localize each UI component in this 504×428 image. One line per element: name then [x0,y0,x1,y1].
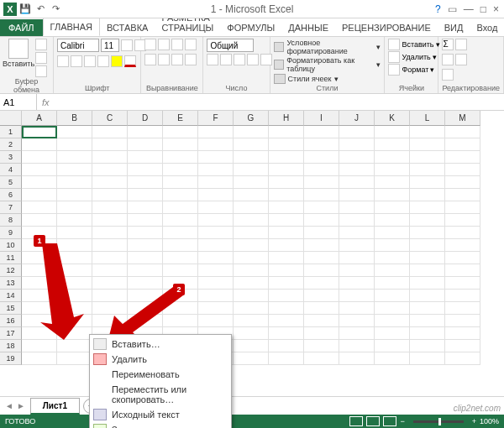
align-top-icon[interactable] [144,39,156,50]
save-icon[interactable]: 💾 [18,3,32,16]
cell[interactable] [198,239,234,252]
copy-icon[interactable] [35,52,47,64]
paste-button[interactable]: Вставить [3,39,34,68]
cell[interactable] [234,290,269,302]
sheet-nav-next-icon[interactable]: ► [17,401,25,410]
cell[interactable] [410,302,445,315]
cell[interactable] [234,327,269,340]
cell[interactable] [163,189,198,201]
cell[interactable] [410,340,445,352]
cell[interactable] [198,151,234,164]
cell[interactable] [22,189,57,201]
cell[interactable] [269,290,304,302]
cell[interactable] [269,126,304,138]
cell[interactable] [445,201,480,214]
cell[interactable] [339,151,375,164]
cell[interactable] [92,264,128,277]
col-header[interactable]: K [375,111,410,126]
cell[interactable] [128,227,163,239]
cell[interactable] [163,214,198,227]
cell[interactable] [269,327,304,340]
cell[interactable] [410,239,445,252]
row-header[interactable]: 18 [0,340,22,352]
cell[interactable] [339,352,375,365]
cell[interactable] [269,227,304,239]
cell[interactable] [234,252,269,264]
cell[interactable] [234,227,269,239]
cell[interactable] [410,189,445,201]
cell[interactable] [304,352,339,365]
increase-font-icon[interactable] [121,39,133,51]
cell[interactable] [410,151,445,164]
format-painter-icon[interactable] [35,65,47,77]
cell[interactable] [445,277,480,290]
cell[interactable] [163,239,198,252]
maximize-icon[interactable]: □ [480,3,486,15]
cell[interactable] [163,151,198,164]
col-header[interactable]: G [234,111,269,126]
cell[interactable] [339,264,375,277]
cell[interactable] [375,252,410,264]
align-right-icon[interactable] [171,54,183,65]
cell[interactable] [57,214,92,227]
cell-styles-button[interactable]: Стили ячеек ▾ [274,74,381,84]
cell[interactable] [198,214,234,227]
increase-decimal-icon[interactable] [247,54,259,65]
cell[interactable] [375,327,410,340]
cell[interactable] [375,201,410,214]
zoom-out-button[interactable]: − [400,417,404,425]
border-icon[interactable] [97,55,109,67]
cell[interactable] [198,164,234,176]
cell[interactable] [445,126,480,138]
cell[interactable] [375,302,410,315]
col-header[interactable]: E [163,111,198,126]
cell[interactable] [375,126,410,138]
find-icon[interactable] [455,54,467,65]
cell[interactable] [198,315,234,327]
cell[interactable] [234,340,269,352]
cell[interactable] [57,164,92,176]
select-all-corner[interactable] [0,111,22,126]
cell[interactable] [445,327,480,340]
conditional-formatting-button[interactable]: Условное форматирование ▾ [274,39,381,55]
cell[interactable] [234,176,269,189]
cell[interactable] [375,151,410,164]
cell[interactable] [410,290,445,302]
tab-review[interactable]: РЕЦЕНЗИРОВАНИЕ [335,19,438,36]
cell[interactable] [410,227,445,239]
cell[interactable] [445,252,480,264]
close-icon[interactable]: × [493,3,499,15]
col-header[interactable]: J [339,111,375,126]
cell[interactable] [445,151,480,164]
context-insert[interactable]: Вставить… [90,337,231,352]
cell[interactable] [269,214,304,227]
cell[interactable] [198,227,234,239]
cell[interactable] [445,138,480,151]
col-header[interactable]: L [410,111,445,126]
cell[interactable] [163,164,198,176]
cell[interactable] [445,176,480,189]
cell[interactable] [304,252,339,264]
cell[interactable] [163,201,198,214]
cell[interactable] [198,252,234,264]
row-header[interactable]: 19 [0,352,22,365]
cell[interactable] [57,176,92,189]
cell[interactable] [163,227,198,239]
cell[interactable] [128,252,163,264]
align-bottom-icon[interactable] [171,39,183,50]
cell[interactable] [92,151,128,164]
cell[interactable] [92,214,128,227]
view-page-break-icon[interactable] [383,416,396,426]
context-protect-sheet[interactable]: Защитить лист… [90,422,231,428]
cell[interactable] [375,227,410,239]
cell[interactable] [304,239,339,252]
cell[interactable] [375,315,410,327]
tab-file[interactable]: ФАЙЛ [0,19,43,36]
cell[interactable] [410,315,445,327]
sheet-nav-prev-icon[interactable]: ◄ [5,401,13,410]
cell[interactable] [375,239,410,252]
context-view-code[interactable]: Исходный текст [90,407,231,422]
cell[interactable] [304,189,339,201]
cell[interactable] [304,164,339,176]
zoom-slider[interactable] [413,420,464,423]
